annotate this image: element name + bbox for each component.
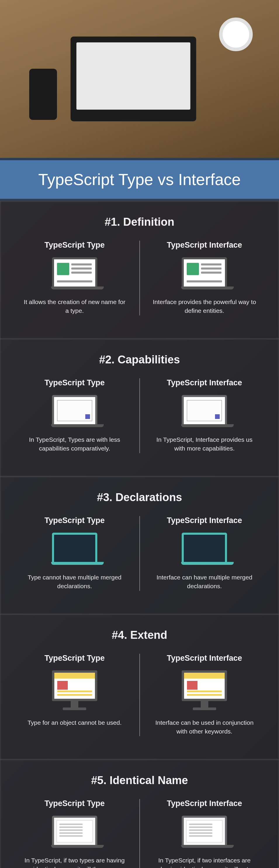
right-column: TypeScript Interface Interface can have …: [142, 516, 268, 591]
left-column: TypeScript Type Type cannot have multipl…: [12, 516, 138, 591]
left-label: TypeScript Type: [21, 241, 129, 250]
desktop-icon: [181, 670, 228, 710]
section-heading: #5. Identical Name: [12, 774, 267, 787]
divider: [139, 241, 140, 315]
phone-icon: [29, 69, 57, 120]
right-label: TypeScript Interface: [150, 799, 259, 808]
right-label: TypeScript Interface: [150, 378, 259, 388]
section-heading: #3. Declarations: [12, 491, 267, 504]
right-column: TypeScript Interface Interface provides …: [142, 241, 268, 315]
left-desc: In TypeScript, if two types are having i…: [22, 856, 127, 868]
right-column: TypeScript Interface In TypeScript, Inte…: [142, 378, 268, 453]
right-column: TypeScript Interface In TypeScript, if t…: [142, 799, 268, 868]
left-label: TypeScript Type: [21, 654, 129, 663]
right-desc: In TypeScript, Interface provides us wit…: [152, 435, 257, 453]
left-column: TypeScript Type In TypeScript, if two ty…: [12, 799, 138, 868]
left-desc: Type cannot have multiple merged declara…: [22, 573, 127, 591]
laptop-page-icon: [51, 395, 98, 427]
divider: [139, 516, 140, 591]
laptop-paper-icon: [51, 816, 98, 848]
section-declarations: #3. Declarations TypeScript Type Type ca…: [0, 476, 279, 614]
left-column: TypeScript Type In TypeScript, Types are…: [12, 378, 138, 453]
section-heading: #4. Extend: [12, 629, 267, 642]
left-desc: It allows the creation of new name for a…: [22, 298, 127, 315]
section-heading: #1. Definition: [12, 216, 267, 228]
monitor-dark-icon: [181, 533, 228, 565]
left-column: TypeScript Type It allows the creation o…: [12, 241, 138, 315]
section-capabilities: #2. Capabilities TypeScript Type In Type…: [0, 339, 279, 476]
laptop-paper-icon: [181, 816, 228, 848]
page-title: TypeScript Type vs Interface: [0, 158, 279, 201]
coffee-cup-icon: [219, 18, 253, 51]
left-label: TypeScript Type: [21, 378, 129, 388]
left-column: TypeScript Type Type for an object canno…: [12, 654, 138, 736]
monitor-dark-icon: [51, 533, 98, 565]
section-definition: #1. Definition TypeScript Type It allows…: [0, 201, 279, 339]
laptop-icon: [70, 36, 196, 121]
right-label: TypeScript Interface: [150, 241, 259, 250]
right-column: TypeScript Interface Interface can be us…: [142, 654, 268, 736]
left-label: TypeScript Type: [21, 516, 129, 525]
right-desc: Interface can have multiple merged decla…: [152, 573, 257, 591]
left-desc: Type for an object cannot be used.: [22, 718, 127, 727]
laptop-green-icon: [181, 257, 228, 289]
right-desc: Interface can be used in conjunction wit…: [152, 718, 257, 736]
right-desc: In TypeScript, if two interfaces are hav…: [152, 856, 257, 868]
left-desc: In TypeScript, Types are with less capab…: [22, 435, 127, 453]
hero-image: [0, 0, 279, 158]
section-heading: #2. Capabilities: [12, 353, 267, 366]
laptop-page-icon: [181, 395, 228, 427]
desktop-icon: [51, 670, 98, 710]
right-label: TypeScript Interface: [150, 654, 259, 663]
section-identical-name: #5. Identical Name TypeScript Type In Ty…: [0, 760, 279, 868]
divider: [139, 378, 140, 453]
left-label: TypeScript Type: [21, 799, 129, 808]
infographic: TypeScript Type vs Interface #1. Definit…: [0, 0, 279, 868]
section-extend: #4. Extend TypeScript Type Type for an o…: [0, 614, 279, 760]
divider: [139, 654, 140, 736]
divider: [139, 799, 140, 868]
right-desc: Interface provides the powerful way to d…: [152, 298, 257, 315]
right-label: TypeScript Interface: [150, 516, 259, 525]
laptop-green-icon: [51, 257, 98, 289]
